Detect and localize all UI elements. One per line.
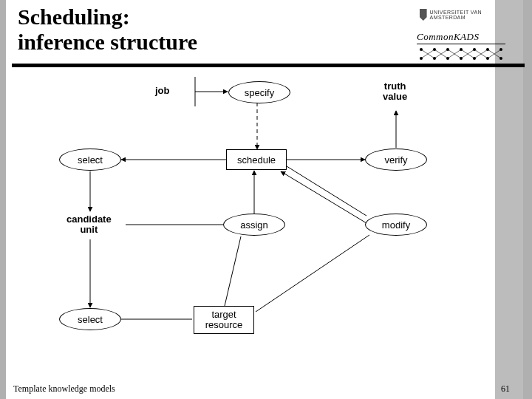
oval-select-bottom: select [59,308,121,330]
oval-modify: modify [365,214,427,236]
svg-line-37 [287,166,366,216]
slide: Scheduling: inference structure UNIVERSI… [6,0,523,399]
label-truth-value: truth value [383,81,407,101]
oval-select-top: select [59,149,121,171]
svg-line-38 [281,171,366,223]
header-rule [12,64,525,67]
uva-crest-icon [420,9,427,21]
label-unit: unit [80,224,98,235]
commonkads-logo-text: CommonKADS [417,31,511,43]
diagram: job truth value candidate unit specify s… [12,68,525,374]
label-value: value [383,91,407,102]
uva-logo-text: UNIVERSITEIT VAN AMSTERDAM [430,10,501,20]
label-job: job [155,86,170,96]
rect-target-resource: target resource [194,306,254,334]
svg-line-34 [225,236,241,306]
label-candidate-unit: candidate unit [66,214,112,234]
commonkads-logo: CommonKADS [417,31,511,64]
oval-verify: verify [365,149,427,171]
svg-line-39 [256,235,369,312]
title-line-1: Scheduling: [18,4,130,29]
rect-schedule: schedule [226,149,287,170]
uva-logo: UNIVERSITEIT VAN AMSTERDAM [420,6,501,24]
oval-specify: specify [228,81,290,103]
oval-assign: assign [223,214,285,236]
footer-pagenum: 61 [501,383,510,395]
commonkads-underline [417,44,505,44]
rect-resource: resource [205,320,243,330]
rect-target: target [211,310,236,320]
commonkads-dots-icon [417,47,505,61]
footer-left: Template knowledge models [13,383,115,395]
footer: Template knowledge models 61 [6,383,523,398]
